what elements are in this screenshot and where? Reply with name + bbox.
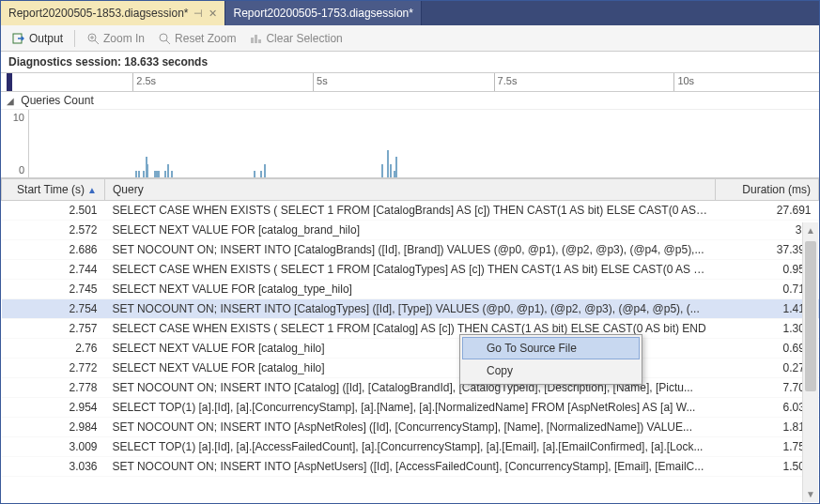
cell-start: 2.954 xyxy=(2,398,105,418)
chart-bar xyxy=(254,171,255,177)
chart-bar xyxy=(138,171,140,177)
table-row[interactable]: 3.036SET NOCOUNT ON; INSERT INTO [AspNet… xyxy=(2,457,819,477)
table-row[interactable]: 2.501SELECT CASE WHEN EXISTS ( SELECT 1 … xyxy=(2,201,819,221)
scroll-down-icon[interactable]: ▼ xyxy=(803,486,818,502)
toolbar: Output Zoom In Reset Zoom Clear Selectio… xyxy=(1,25,819,52)
svg-rect-8 xyxy=(255,35,257,43)
ruler-tick: 5s xyxy=(313,73,328,91)
chart-bar xyxy=(381,164,383,177)
chart-bar xyxy=(135,171,137,177)
cell-start: 2.744 xyxy=(2,260,105,280)
cell-start: 2.984 xyxy=(2,418,105,437)
reset-zoom-icon xyxy=(158,32,171,45)
cell-query: SELECT NEXT VALUE FOR [catalog_brand_hil… xyxy=(105,221,716,240)
timeline-ruler[interactable]: 2.5s5s7.5s10s xyxy=(1,73,819,92)
separator xyxy=(74,30,75,47)
output-button[interactable]: Output xyxy=(7,29,69,48)
cell-query: SET NOCOUNT ON; INSERT INTO [CatalogType… xyxy=(105,299,716,319)
tab-label: Report20200505-1753.diagsession* xyxy=(233,7,412,20)
table-row[interactable]: 2.572SELECT NEXT VALUE FOR [catalog_bran… xyxy=(2,221,819,240)
document-tabs: Report20200505-1853.diagsession* ⊣ ✕ Rep… xyxy=(1,1,819,25)
tab-report-1853[interactable]: Report20200505-1853.diagsession* ⊣ ✕ xyxy=(1,1,225,25)
clear-selection-label: Clear Selection xyxy=(266,32,342,45)
cell-query: SELECT TOP(1) [a].[Id], [a].[Concurrency… xyxy=(105,398,716,418)
chart-title: Queries Count xyxy=(21,94,93,107)
chart-bar xyxy=(395,157,397,177)
ruler-tick: 7.5s xyxy=(494,73,518,91)
table-row[interactable]: 2.772SELECT NEXT VALUE FOR [catalog_hilo… xyxy=(2,359,819,378)
cell-query: SELECT NEXT VALUE FOR [catalog_type_hilo… xyxy=(105,280,716,299)
table-row[interactable]: 2.686SET NOCOUNT ON; INSERT INTO [Catalo… xyxy=(2,240,819,260)
queries-chart-section: ◢ Queries Count 10 0 xyxy=(1,92,819,178)
clear-selection-button[interactable]: Clear Selection xyxy=(243,29,348,48)
svg-rect-9 xyxy=(258,39,261,43)
y-max: 10 xyxy=(13,112,24,123)
table-row[interactable]: 2.76SELECT NEXT VALUE FOR [catalog_hilo]… xyxy=(2,339,819,359)
ctx-copy[interactable]: Copy xyxy=(462,359,640,382)
chart-bar xyxy=(158,171,160,177)
collapse-icon[interactable]: ◢ xyxy=(7,96,14,106)
cell-query: SET NOCOUNT ON; INSERT INTO [AspNetUsers… xyxy=(105,457,716,477)
output-label: Output xyxy=(29,32,63,45)
table-row[interactable]: 2.757SELECT CASE WHEN EXISTS ( SELECT 1 … xyxy=(2,319,819,339)
table-row[interactable]: 2.984SET NOCOUNT ON; INSERT INTO [AspNet… xyxy=(2,418,819,437)
cell-query: SELECT CASE WHEN EXISTS ( SELECT 1 FROM … xyxy=(105,260,716,280)
cell-start: 2.501 xyxy=(2,201,105,221)
scroll-up-icon[interactable]: ▲ xyxy=(803,222,818,238)
output-icon xyxy=(12,32,25,45)
scroll-thumb[interactable] xyxy=(805,241,816,391)
table-row[interactable]: 2.778SET NOCOUNT ON; INSERT INTO [Catalo… xyxy=(2,378,819,398)
zoom-in-icon xyxy=(86,32,100,45)
close-icon[interactable]: ✕ xyxy=(209,8,217,20)
chart-bar xyxy=(147,171,148,177)
col-duration[interactable]: Duration (ms) xyxy=(716,179,819,201)
chart-bar xyxy=(167,164,169,177)
cell-start: 2.778 xyxy=(2,378,105,398)
table-row[interactable]: 2.954SELECT TOP(1) [a].[Id], [a].[Concur… xyxy=(2,398,819,418)
queries-table-wrap: Start Time (s)▲ Query Duration (ms) 2.50… xyxy=(1,178,819,492)
chart-y-axis: 10 0 xyxy=(1,110,29,177)
queries-table: Start Time (s)▲ Query Duration (ms) 2.50… xyxy=(1,178,819,477)
chart-bar xyxy=(171,171,173,177)
session-label: Diagnostics session: 18.633 seconds xyxy=(1,52,819,73)
cell-start: 2.745 xyxy=(2,280,105,299)
cell-query: SET NOCOUNT ON; INSERT INTO [CatalogBran… xyxy=(105,240,716,260)
ruler-start-marker xyxy=(7,73,12,91)
clear-selection-icon xyxy=(249,32,262,45)
table-row[interactable]: 3.009SELECT TOP(1) [a].[Id], [a].[Access… xyxy=(2,437,819,457)
svg-line-2 xyxy=(95,40,99,44)
cell-query: SELECT TOP(1) [a].[Id], [a].[AccessFaile… xyxy=(105,437,716,457)
tab-label: Report20200505-1853.diagsession* xyxy=(8,7,188,20)
zoom-in-label: Zoom In xyxy=(103,32,145,45)
reset-zoom-button[interactable]: Reset Zoom xyxy=(152,29,241,48)
zoom-in-button[interactable]: Zoom In xyxy=(81,29,150,48)
y-min: 0 xyxy=(19,164,24,176)
chart-bar xyxy=(390,164,392,177)
chart-plot-area[interactable] xyxy=(29,110,819,177)
ruler-tick: 2.5s xyxy=(132,73,156,91)
svg-rect-7 xyxy=(251,38,254,43)
cell-start: 2.757 xyxy=(2,319,105,339)
cell-start: 2.76 xyxy=(2,339,105,359)
cell-start: 3.009 xyxy=(2,437,105,457)
table-row[interactable]: 2.744SELECT CASE WHEN EXISTS ( SELECT 1 … xyxy=(2,260,819,280)
cell-start: 2.772 xyxy=(2,359,105,378)
cell-start: 2.572 xyxy=(2,221,105,240)
sort-asc-icon: ▲ xyxy=(87,185,97,195)
col-start-time[interactable]: Start Time (s)▲ xyxy=(2,179,105,201)
cell-start: 2.686 xyxy=(2,240,105,260)
chart-title-row: ◢ Queries Count xyxy=(1,92,819,110)
chart-bar xyxy=(264,164,266,177)
tab-report-1753[interactable]: Report20200505-1753.diagsession* xyxy=(225,1,421,25)
vertical-scrollbar[interactable]: ▲ ▼ xyxy=(802,222,818,502)
table-row[interactable]: 2.754SET NOCOUNT ON; INSERT INTO [Catalo… xyxy=(2,299,819,319)
reset-zoom-label: Reset Zoom xyxy=(175,32,236,45)
cell-start: 3.036 xyxy=(2,457,105,477)
ruler-tick: 10s xyxy=(673,73,694,91)
col-query[interactable]: Query xyxy=(105,179,716,201)
ctx-goto-source[interactable]: Go To Source File xyxy=(462,337,640,359)
pin-icon[interactable]: ⊣ xyxy=(193,8,203,20)
svg-point-5 xyxy=(160,34,167,41)
table-row[interactable]: 2.745SELECT NEXT VALUE FOR [catalog_type… xyxy=(2,280,819,299)
cell-start: 2.754 xyxy=(2,299,105,319)
